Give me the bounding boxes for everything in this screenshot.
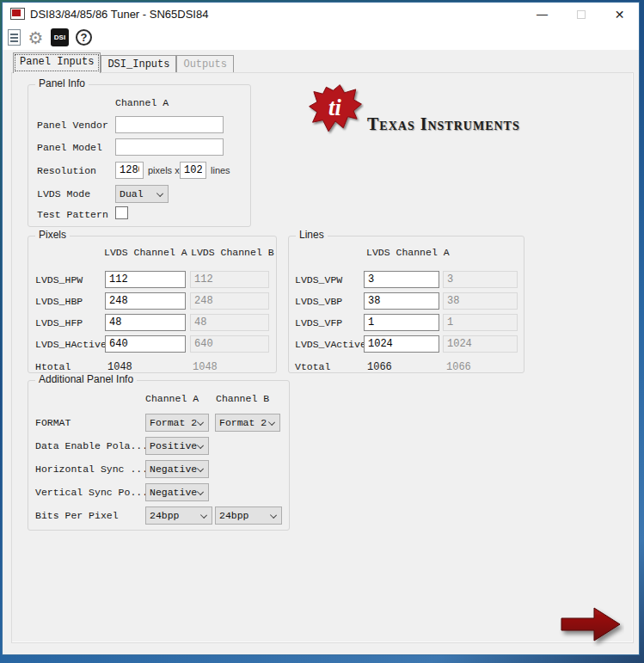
horizontal-sync-label: Horizontal Sync ... <box>35 463 148 475</box>
resolution-pixels-input[interactable] <box>115 162 144 179</box>
lvds-vactive-a-input[interactable] <box>364 335 439 353</box>
format-label: FORMAT <box>35 417 71 428</box>
lvds-vbp-a-input[interactable] <box>364 292 439 310</box>
minimize-button[interactable]: — <box>523 3 561 26</box>
lvds-vactive-b-input <box>443 335 518 353</box>
data-enable-polarity-dropdown[interactable]: Positive <box>145 437 209 455</box>
chevron-down-icon <box>268 419 275 426</box>
vtotal-a-value: 1066 <box>367 361 392 373</box>
lines-title: Lines <box>296 229 328 241</box>
lines-col-a-header: LVDS Channel A <box>366 247 450 258</box>
ti-mark-text: ti <box>328 95 341 120</box>
test-pattern-checkbox[interactable] <box>115 206 128 219</box>
lvds-hpw-label: LVDS_HPW <box>35 274 83 285</box>
htotal-label: Htotal <box>35 361 71 372</box>
app-icon <box>10 8 25 20</box>
bits-per-pixel-a-dropdown[interactable]: 24bpp <box>145 506 212 525</box>
vertical-sync-label: Vertical Sync Po... <box>35 487 148 498</box>
bits-per-pixel-b-dropdown[interactable]: 24bpp <box>215 506 282 525</box>
chevron-down-icon <box>156 190 163 197</box>
tab-panel-inputs[interactable]: Panel Inputs <box>13 52 101 73</box>
data-enable-polarity-label: Data Enable Pola... <box>35 440 148 451</box>
tab-outputs: Outputs <box>176 55 233 73</box>
lvds-vpw-b-input <box>443 271 518 288</box>
chevron-down-icon <box>200 512 207 519</box>
lvds-vfp-label: LVDS_VFP <box>295 317 342 328</box>
lvds-hfp-a-input[interactable] <box>105 314 186 331</box>
settings-gear-icon[interactable]: ⚙ <box>27 28 45 46</box>
panel-model-input[interactable] <box>115 138 224 156</box>
additional-panel-info-group: Additional Panel Info Channel A Channel … <box>28 380 290 531</box>
toolbar: ⚙ DSI ? <box>3 26 639 50</box>
htotal-b-value: 1048 <box>193 361 218 373</box>
lvds-hbp-b-input <box>190 292 269 310</box>
lvds-vpw-a-input[interactable] <box>364 271 439 288</box>
lvds-mode-dropdown[interactable]: Dual <box>115 185 169 203</box>
lvds-hpw-a-input[interactable] <box>105 271 186 288</box>
dsi-chip-icon[interactable]: DSI <box>51 28 69 46</box>
lvds-hactive-a-input[interactable] <box>105 335 186 353</box>
lines-label: lines <box>211 165 230 175</box>
htotal-a-value: 1048 <box>107 361 132 373</box>
ti-wordmark: Texas Instruments <box>367 114 520 134</box>
addl-col-a-header: Channel A <box>145 393 199 404</box>
pixels-group: Pixels LVDS Channel A LVDS Channel B LVD… <box>28 236 277 373</box>
next-arrow-button[interactable] <box>559 605 624 647</box>
resolution-label: Resolution <box>37 165 96 176</box>
panel-inputs-page: ti Texas Instruments Panel Info Channel … <box>11 72 634 643</box>
close-icon: ✕ <box>615 8 625 21</box>
lvds-vpw-label: LVDS_VPW <box>295 274 342 285</box>
pixels-col-b-header: LVDS Channel B <box>191 247 274 258</box>
horizontal-sync-dropdown[interactable]: Negative <box>145 460 209 478</box>
chevron-down-icon <box>197 465 204 472</box>
maximize-button <box>561 3 600 26</box>
help-icon[interactable]: ? <box>75 28 93 46</box>
desktop-background: DSI83/84/85/86 Tuner - SN65DSI84 — ✕ ⚙ D… <box>0 0 644 663</box>
title-bar: DSI83/84/85/86 Tuner - SN65DSI84 — ✕ <box>3 3 639 26</box>
maximize-icon <box>577 10 586 19</box>
vtotal-label: Vtotal <box>295 361 330 372</box>
close-button[interactable]: ✕ <box>600 3 639 26</box>
ti-texas-icon: ti <box>307 83 364 138</box>
bits-per-pixel-label: Bits Per Pixel <box>35 510 119 521</box>
lvds-hbp-label: LVDS_HBP <box>35 296 83 307</box>
lvds-hpw-b-input <box>190 271 269 288</box>
panel-model-label: Panel Model <box>37 142 102 153</box>
format-b-dropdown[interactable]: Format 2 <box>215 414 280 432</box>
panel-info-group: Panel Info Channel A Panel Vendor Panel … <box>28 84 251 227</box>
addl-col-b-header: Channel B <box>216 393 269 404</box>
lines-group: Lines LVDS Channel A LVDS_VPW LVDS_VBP L… <box>288 236 524 373</box>
app-window: DSI83/84/85/86 Tuner - SN65DSI84 — ✕ ⚙ D… <box>2 2 640 655</box>
tab-strip: Panel Inputs DSI_Inputs Outputs <box>13 52 234 73</box>
lvds-vfp-b-input <box>443 314 518 331</box>
lvds-vbp-label: LVDS_VBP <box>295 296 342 307</box>
vtotal-b-value: 1066 <box>446 361 471 373</box>
chevron-down-icon <box>270 512 277 519</box>
ti-logo: ti Texas Instruments <box>307 83 522 140</box>
lvds-hactive-label: LVDS_HActive <box>35 339 107 350</box>
vertical-sync-dropdown[interactable]: Negative <box>145 483 209 501</box>
tab-dsi-inputs[interactable]: DSI_Inputs <box>101 55 176 73</box>
panel-info-title: Panel Info <box>35 77 89 89</box>
lvds-mode-label: LVDS Mode <box>37 188 90 200</box>
panel-vendor-input[interactable] <box>115 116 224 133</box>
test-pattern-label: Test Pattern <box>37 209 108 220</box>
pixels-title: Pixels <box>35 229 70 241</box>
resolution-lines-input[interactable] <box>180 162 206 179</box>
lvds-vbp-b-input <box>443 292 518 310</box>
chevron-down-icon <box>197 419 204 426</box>
report-icon[interactable] <box>5 28 23 46</box>
additional-panel-info-title: Additional Panel Info <box>35 373 137 385</box>
lvds-hfp-label: LVDS_HFP <box>35 317 83 328</box>
lvds-vfp-a-input[interactable] <box>364 314 439 331</box>
channel-a-header: Channel A <box>115 97 169 108</box>
chevron-down-icon <box>197 488 204 495</box>
lvds-hbp-a-input[interactable] <box>105 292 186 310</box>
chevron-down-icon <box>197 442 204 449</box>
lvds-vactive-label: LVDS_VActive <box>295 339 366 350</box>
lvds-hactive-b-input <box>190 335 269 353</box>
format-a-dropdown[interactable]: Format 2 <box>145 414 209 432</box>
pixels-x-label: pixels x <box>148 165 180 175</box>
panel-vendor-label: Panel Vendor <box>37 120 108 131</box>
lvds-hfp-b-input <box>190 314 269 331</box>
